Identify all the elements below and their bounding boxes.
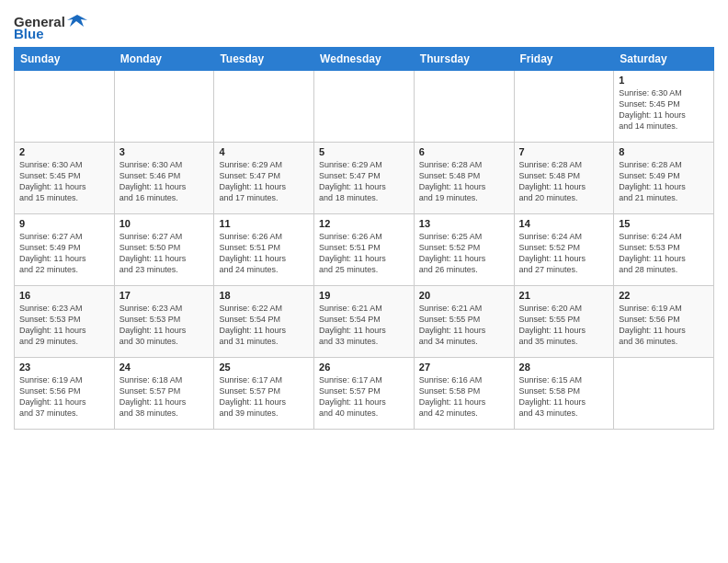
calendar-cell [15, 71, 115, 143]
cell-info: Sunrise: 6:28 AM Sunset: 5:48 PM Dayligh… [419, 159, 509, 204]
calendar-cell: 9Sunrise: 6:27 AM Sunset: 5:49 PM Daylig… [15, 214, 115, 286]
logo: General Blue [14, 13, 87, 41]
day-number: 27 [419, 362, 509, 373]
calendar-cell: 5Sunrise: 6:29 AM Sunset: 5:47 PM Daylig… [314, 143, 415, 214]
cell-info: Sunrise: 6:26 AM Sunset: 5:51 PM Dayligh… [219, 231, 309, 276]
calendar-cell: 10Sunrise: 6:27 AM Sunset: 5:50 PM Dayli… [114, 214, 214, 286]
weekday-header-wednesday: Wednesday [314, 48, 415, 71]
calendar-cell: 26Sunrise: 6:17 AM Sunset: 5:57 PM Dayli… [314, 358, 415, 430]
calendar-cell: 24Sunrise: 6:18 AM Sunset: 5:57 PM Dayli… [114, 358, 214, 430]
cell-info: Sunrise: 6:18 AM Sunset: 5:57 PM Dayligh… [119, 374, 210, 419]
cell-info: Sunrise: 6:17 AM Sunset: 5:57 PM Dayligh… [219, 374, 309, 419]
weekday-row: SundayMondayTuesdayWednesdayThursdayFrid… [15, 48, 714, 71]
calendar-cell: 23Sunrise: 6:19 AM Sunset: 5:56 PM Dayli… [15, 358, 115, 430]
calendar-week-3: 16Sunrise: 6:23 AM Sunset: 5:53 PM Dayli… [15, 286, 714, 358]
day-number: 24 [119, 362, 210, 373]
day-number: 28 [519, 362, 609, 373]
calendar-cell: 20Sunrise: 6:21 AM Sunset: 5:55 PM Dayli… [414, 286, 514, 358]
cell-info: Sunrise: 6:20 AM Sunset: 5:55 PM Dayligh… [519, 303, 609, 348]
day-number: 5 [319, 146, 409, 157]
calendar-cell: 12Sunrise: 6:26 AM Sunset: 5:51 PM Dayli… [314, 214, 415, 286]
day-number: 23 [19, 362, 109, 373]
calendar-cell: 14Sunrise: 6:24 AM Sunset: 5:52 PM Dayli… [514, 214, 614, 286]
day-number: 19 [319, 290, 409, 301]
calendar-cell: 25Sunrise: 6:17 AM Sunset: 5:57 PM Dayli… [214, 358, 314, 430]
cell-info: Sunrise: 6:15 AM Sunset: 5:58 PM Dayligh… [519, 374, 609, 419]
day-number: 22 [619, 290, 709, 301]
day-number: 8 [619, 146, 709, 157]
calendar-cell: 7Sunrise: 6:28 AM Sunset: 5:48 PM Daylig… [514, 143, 614, 214]
logo-bird-icon [67, 13, 87, 29]
day-number: 9 [19, 218, 109, 229]
day-number: 7 [519, 146, 609, 157]
weekday-header-friday: Friday [514, 48, 614, 71]
day-number: 25 [219, 362, 309, 373]
day-number: 17 [119, 290, 210, 301]
calendar-cell: 16Sunrise: 6:23 AM Sunset: 5:53 PM Dayli… [15, 286, 115, 358]
weekday-header-monday: Monday [114, 48, 214, 71]
day-number: 18 [219, 290, 309, 301]
cell-info: Sunrise: 6:16 AM Sunset: 5:58 PM Dayligh… [419, 374, 509, 419]
calendar-cell: 27Sunrise: 6:16 AM Sunset: 5:58 PM Dayli… [414, 358, 514, 430]
calendar-cell: 8Sunrise: 6:28 AM Sunset: 5:49 PM Daylig… [614, 143, 714, 214]
header: General Blue [14, 9, 714, 41]
calendar-cell: 15Sunrise: 6:24 AM Sunset: 5:53 PM Dayli… [614, 214, 714, 286]
cell-info: Sunrise: 6:27 AM Sunset: 5:49 PM Dayligh… [19, 231, 109, 276]
calendar-cell [514, 71, 614, 143]
cell-info: Sunrise: 6:21 AM Sunset: 5:55 PM Dayligh… [419, 303, 509, 348]
day-number: 1 [619, 75, 709, 86]
day-number: 11 [219, 218, 309, 229]
day-number: 3 [119, 146, 210, 157]
weekday-header-tuesday: Tuesday [214, 48, 314, 71]
cell-info: Sunrise: 6:30 AM Sunset: 5:45 PM Dayligh… [19, 159, 109, 204]
calendar-week-4: 23Sunrise: 6:19 AM Sunset: 5:56 PM Dayli… [15, 358, 714, 430]
cell-info: Sunrise: 6:23 AM Sunset: 5:53 PM Dayligh… [119, 303, 210, 348]
calendar-cell [414, 71, 514, 143]
weekday-header-thursday: Thursday [414, 48, 514, 71]
cell-info: Sunrise: 6:26 AM Sunset: 5:51 PM Dayligh… [319, 231, 409, 276]
calendar-cell: 21Sunrise: 6:20 AM Sunset: 5:55 PM Dayli… [514, 286, 614, 358]
cell-info: Sunrise: 6:27 AM Sunset: 5:50 PM Dayligh… [119, 231, 210, 276]
cell-info: Sunrise: 6:28 AM Sunset: 5:48 PM Dayligh… [519, 159, 609, 204]
cell-info: Sunrise: 6:23 AM Sunset: 5:53 PM Dayligh… [19, 303, 109, 348]
calendar-table: SundayMondayTuesdayWednesdayThursdayFrid… [14, 47, 714, 430]
calendar-cell: 28Sunrise: 6:15 AM Sunset: 5:58 PM Dayli… [514, 358, 614, 430]
day-number: 13 [419, 218, 509, 229]
cell-info: Sunrise: 6:22 AM Sunset: 5:54 PM Dayligh… [219, 303, 309, 348]
day-number: 15 [619, 218, 709, 229]
day-number: 12 [319, 218, 409, 229]
calendar-cell: 18Sunrise: 6:22 AM Sunset: 5:54 PM Dayli… [214, 286, 314, 358]
calendar-cell: 11Sunrise: 6:26 AM Sunset: 5:51 PM Dayli… [214, 214, 314, 286]
cell-info: Sunrise: 6:17 AM Sunset: 5:57 PM Dayligh… [319, 374, 409, 419]
cell-info: Sunrise: 6:25 AM Sunset: 5:52 PM Dayligh… [419, 231, 509, 276]
calendar-cell [214, 71, 314, 143]
calendar-cell [314, 71, 415, 143]
calendar-cell: 3Sunrise: 6:30 AM Sunset: 5:46 PM Daylig… [114, 143, 214, 214]
day-number: 20 [419, 290, 509, 301]
day-number: 16 [19, 290, 109, 301]
cell-info: Sunrise: 6:19 AM Sunset: 5:56 PM Dayligh… [19, 374, 109, 419]
calendar-header: SundayMondayTuesdayWednesdayThursdayFrid… [15, 48, 714, 71]
cell-info: Sunrise: 6:24 AM Sunset: 5:53 PM Dayligh… [619, 231, 709, 276]
calendar-cell: 13Sunrise: 6:25 AM Sunset: 5:52 PM Dayli… [414, 214, 514, 286]
page: General Blue SundayMondayTuesdayWednesda… [0, 0, 728, 563]
calendar-cell [114, 71, 214, 143]
weekday-header-saturday: Saturday [614, 48, 714, 71]
cell-info: Sunrise: 6:29 AM Sunset: 5:47 PM Dayligh… [219, 159, 309, 204]
day-number: 2 [19, 146, 109, 157]
cell-info: Sunrise: 6:21 AM Sunset: 5:54 PM Dayligh… [319, 303, 409, 348]
calendar-cell: 4Sunrise: 6:29 AM Sunset: 5:47 PM Daylig… [214, 143, 314, 214]
day-number: 14 [519, 218, 609, 229]
cell-info: Sunrise: 6:24 AM Sunset: 5:52 PM Dayligh… [519, 231, 609, 276]
day-number: 10 [119, 218, 210, 229]
calendar-cell: 1Sunrise: 6:30 AM Sunset: 5:45 PM Daylig… [614, 71, 714, 143]
cell-info: Sunrise: 6:28 AM Sunset: 5:49 PM Dayligh… [619, 159, 709, 204]
calendar-body: 1Sunrise: 6:30 AM Sunset: 5:45 PM Daylig… [15, 71, 714, 430]
weekday-header-sunday: Sunday [15, 48, 115, 71]
day-number: 21 [519, 290, 609, 301]
cell-info: Sunrise: 6:30 AM Sunset: 5:46 PM Dayligh… [119, 159, 210, 204]
cell-info: Sunrise: 6:30 AM Sunset: 5:45 PM Dayligh… [619, 87, 709, 132]
day-number: 6 [419, 146, 509, 157]
svg-marker-0 [67, 15, 87, 27]
calendar-cell: 17Sunrise: 6:23 AM Sunset: 5:53 PM Dayli… [114, 286, 214, 358]
